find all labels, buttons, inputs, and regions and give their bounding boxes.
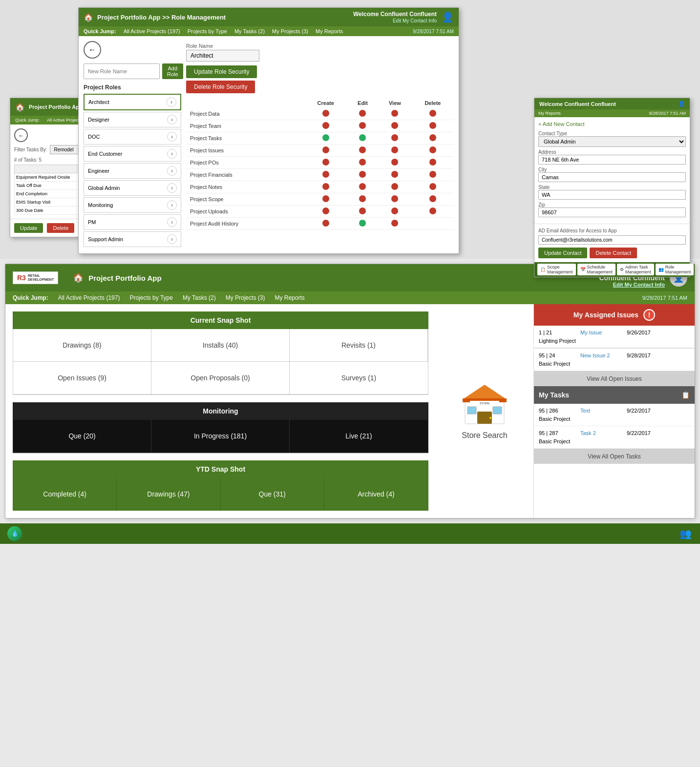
contacts-header: Welcome Confluent Confluent 👤 xyxy=(534,98,690,109)
nav-my-projects[interactable]: My Projects (3) xyxy=(226,294,265,301)
dashboard-home-icon[interactable]: 🏠 xyxy=(73,272,84,283)
city-input[interactable] xyxy=(538,172,686,182)
role-item-globaladmin[interactable]: Global Admin › xyxy=(84,180,181,196)
contact-type-select[interactable]: Global Admin xyxy=(538,136,686,147)
home-icon-tasks[interactable]: 🏠 xyxy=(15,103,25,112)
live-cell[interactable]: Live (21) xyxy=(290,420,428,453)
nav-my-tasks[interactable]: My Tasks (2) xyxy=(234,28,265,34)
task-project-1: Basic Project xyxy=(539,416,578,422)
footer-logo: 💧 xyxy=(7,526,22,541)
contacts-timestamp: 9/28/2017 7:51 AM xyxy=(649,111,686,116)
nav-projects-by-type[interactable]: Projects by Type xyxy=(129,294,173,301)
role-item-designer[interactable]: Designer › xyxy=(84,112,181,127)
home-icon[interactable]: 🏠 xyxy=(84,13,93,22)
contact-type-field: Contact Type Global Admin xyxy=(538,131,686,147)
perm-row-project-issues: Project Issues xyxy=(186,145,454,157)
open-issues-cell[interactable]: Open Issues (9) xyxy=(13,362,151,394)
role-item-architect[interactable]: Architect › xyxy=(84,94,181,110)
add-role-button[interactable]: Add Role xyxy=(162,63,183,79)
role-name: Architect xyxy=(88,99,109,105)
edit-contact-link[interactable]: Edit My Contact Info xyxy=(599,282,665,288)
zip-input[interactable] xyxy=(538,207,686,217)
task-link-2[interactable]: Task 2 xyxy=(580,430,624,436)
in-progress-cell[interactable]: In Progress (181) xyxy=(151,420,290,453)
quick-jump-label: Quick Jump: xyxy=(84,28,116,34)
new-role-input[interactable] xyxy=(84,63,160,79)
store-search-label[interactable]: Store Search xyxy=(462,431,507,440)
nav-my-reports[interactable]: My Reports xyxy=(275,294,304,301)
footer-user-icon[interactable]: 👥 xyxy=(678,526,693,541)
svg-point-3 xyxy=(489,417,491,419)
edit-contact-link[interactable]: Edit My Contact Info xyxy=(393,18,437,23)
avatar-icon: 👤 xyxy=(442,11,454,23)
main-dashboard-window: R3 RETAILDEVELOPMENT 🏠 Project Portfolio… xyxy=(5,264,695,518)
permissions-table: Create Edit View Delete Project Data xyxy=(186,98,454,230)
nav-all-projects[interactable]: All Active Projects (197) xyxy=(58,294,120,301)
nav-all-projects[interactable]: All Active Projects (197) xyxy=(124,28,180,34)
contacts-my-reports[interactable]: My Reports xyxy=(538,111,561,116)
address-input[interactable] xyxy=(538,155,686,165)
drawings-ytd-cell[interactable]: Drawings (47) xyxy=(117,478,220,510)
issue-link-1[interactable]: My Issue xyxy=(580,330,624,335)
surveys-cell[interactable]: Surveys (1) xyxy=(290,362,428,394)
contacts-window: Welcome Confluent Confluent 👤 My Reports… xyxy=(534,98,690,277)
email-input[interactable] xyxy=(538,235,686,245)
task-date-1: 9/22/2017 xyxy=(627,408,690,414)
open-proposals-cell[interactable]: Open Proposals (0) xyxy=(151,362,290,394)
drawings-cell[interactable]: Drawings (8) xyxy=(13,329,151,362)
role-name-field[interactable] xyxy=(186,50,259,62)
add-contact-row[interactable]: + Add New Contact xyxy=(538,121,686,127)
app-title: Project Portfolio App >> Role Management xyxy=(97,14,353,21)
project-roles-label: Project Roles xyxy=(84,84,181,91)
tasks-update-button[interactable]: Update xyxy=(14,223,43,233)
monitoring-header: Monitoring xyxy=(13,402,428,420)
role-management-window: 🏠 Project Portfolio App >> Role Manageme… xyxy=(78,7,459,254)
archived-cell[interactable]: Archived (4) xyxy=(324,478,428,510)
installs-cell[interactable]: Installs (40) xyxy=(151,329,290,362)
revisits-cell[interactable]: Revisits (1) xyxy=(290,329,428,362)
role-item-monitoring[interactable]: Monitoring › xyxy=(84,197,181,213)
nav-projects-by-type[interactable]: Projects by Type xyxy=(188,28,227,34)
chevron-icon: › xyxy=(167,234,177,244)
tab-role-management[interactable]: 👥 Role Management xyxy=(656,264,694,275)
store-search-icon[interactable]: STORE xyxy=(460,382,509,426)
role-name: PM xyxy=(88,219,96,225)
completed-cell[interactable]: Completed (4) xyxy=(13,478,117,510)
role-item-supportadmin[interactable]: Support Admin › xyxy=(84,231,181,247)
tasks-delete-button[interactable]: Delete xyxy=(47,223,74,233)
col-delete: Delete xyxy=(412,98,454,108)
update-contact-button[interactable]: Update Contact xyxy=(538,248,587,258)
que-ytd-cell[interactable]: Que (31) xyxy=(221,478,324,510)
role-item-pm[interactable]: PM › xyxy=(84,214,181,230)
role-item-doc[interactable]: DOC › xyxy=(84,129,181,145)
delete-role-security-button[interactable]: Delete Role Security xyxy=(186,81,255,93)
task-date-2: 9/22/2017 xyxy=(627,430,690,436)
tab-schedule-management[interactable]: 📅 Schedule Management xyxy=(577,264,616,275)
role-name: Global Admin xyxy=(88,185,120,191)
view-all-tasks-btn[interactable]: View All Open Tasks xyxy=(534,449,695,464)
nav-my-tasks[interactable]: My Tasks (2) xyxy=(183,294,216,301)
delete-contact-button[interactable]: Delete Contact xyxy=(590,248,637,258)
update-role-security-button[interactable]: Update Role Security xyxy=(186,65,257,78)
right-panel: Role Name Update Role Security Delete Ro… xyxy=(186,41,454,249)
nav-my-projects[interactable]: My Projects (3) xyxy=(272,28,308,34)
back-button[interactable]: ← xyxy=(84,41,101,59)
contact-type-label: Contact Type xyxy=(538,131,686,136)
chevron-icon: › xyxy=(167,132,177,142)
que-cell[interactable]: Que (20) xyxy=(13,420,151,453)
role-item-engineer[interactable]: Engineer › xyxy=(84,163,181,179)
tasks-back-button[interactable]: ← xyxy=(14,128,28,142)
role-name: Designer xyxy=(88,117,109,123)
col-create: Create xyxy=(304,98,347,108)
nav-my-reports[interactable]: My Reports xyxy=(316,28,343,34)
tab-admin-task-management[interactable]: ⚙ Admin Task Management xyxy=(617,264,654,275)
view-all-issues-btn[interactable]: View All Open Issues xyxy=(534,371,695,386)
tab-scope-management[interactable]: 📋 Scope Management xyxy=(537,264,576,275)
task-link-1[interactable]: Text xyxy=(580,408,624,414)
dashboard-app-name: Project Portfolio App xyxy=(88,274,599,282)
issue-link-2[interactable]: New Issue 2 xyxy=(580,352,624,358)
role-item-endcustomer[interactable]: End Customer › xyxy=(84,146,181,162)
issue-project-2: Basic Project xyxy=(539,361,578,367)
state-input[interactable] xyxy=(538,190,686,200)
tasks-quick-jump: Quick Jump: xyxy=(15,118,40,123)
